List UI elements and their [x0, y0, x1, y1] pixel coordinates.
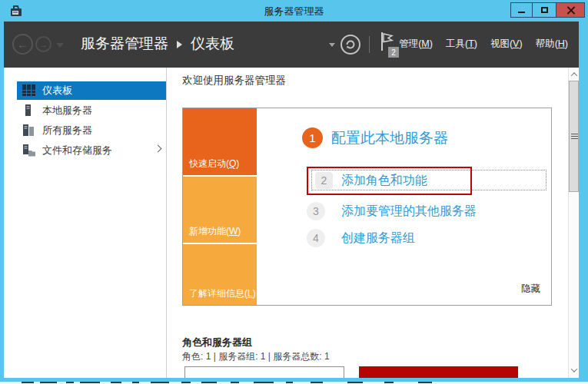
- screen-edge-artifact: [254, 382, 274, 383]
- expand-arrow-icon[interactable]: [154, 145, 162, 153]
- step-3-number: 3: [307, 202, 325, 220]
- navigation-bar: ← → 服务器管理器 仪表板 2 管理(M) 工具(T) 视图(V): [4, 22, 579, 68]
- screen-edge-artifact: [22, 382, 34, 383]
- vertical-scrollbar[interactable]: [568, 68, 579, 378]
- menu-view[interactable]: 视图(V): [490, 38, 523, 51]
- roles-server-groups-heading: 角色和服务器组: [182, 336, 252, 349]
- quick-start-label: 快速启动(Q): [189, 157, 239, 170]
- sidebar-item-label: 本地服务器: [42, 104, 92, 118]
- screen-edge-artifact: [80, 382, 100, 383]
- file-storage-icon: [22, 144, 35, 157]
- screen-edge-artifact: [40, 382, 57, 383]
- welcome-heading: 欢迎使用服务器管理器: [182, 74, 286, 88]
- menu-help[interactable]: 帮助(H): [536, 38, 568, 51]
- learn-more-tab[interactable]: 了解详细信息(L): [183, 244, 257, 305]
- menu-manage[interactable]: 管理(M): [399, 38, 433, 51]
- breadcrumb-root[interactable]: 服务器管理器: [81, 34, 168, 54]
- configure-local-server-link[interactable]: 配置此本地服务器: [331, 128, 448, 148]
- close-button[interactable]: [556, 2, 585, 18]
- screen-edge-artifact: [111, 382, 121, 383]
- window-title: 服务器管理器: [0, 5, 588, 18]
- screen-edge-artifact: [66, 382, 74, 383]
- server-manager-window: 服务器管理器 ← → 服务器管理器 仪表板 2: [0, 0, 588, 384]
- screen-edge-artifact: [231, 382, 239, 383]
- welcome-tile: 快速启动(Q) 新增功能(W) 了解详细信息(L) 1 配置此本地服务器 2 添…: [182, 108, 552, 306]
- close-icon: [566, 6, 575, 15]
- screen-edge-artifact: [151, 382, 169, 383]
- learn-more-label: 了解详细信息(L): [189, 287, 256, 300]
- chevron-down-icon: [570, 366, 576, 372]
- refresh-button[interactable]: [341, 35, 360, 55]
- notifications-flag-button[interactable]: 2: [380, 31, 400, 58]
- all-servers-icon: [22, 124, 35, 137]
- sidebar-item-file-storage-services[interactable]: 文件和存储服务: [17, 141, 166, 160]
- scroll-down-button[interactable]: [569, 364, 579, 376]
- screen-edge-artifact: [418, 382, 432, 383]
- dashboard-icon: [22, 84, 35, 97]
- server-group-tile[interactable]: [184, 366, 344, 378]
- screen-edge-artifact: [181, 382, 191, 383]
- alert-tile-red[interactable]: [359, 366, 518, 378]
- step-1-number: 1: [302, 127, 323, 148]
- quick-start-tab[interactable]: 快速启动(Q): [183, 108, 257, 175]
- breadcrumb: 服务器管理器 仪表板: [81, 34, 234, 54]
- scroll-up-button[interactable]: [569, 68, 579, 81]
- sidebar-item-all-servers[interactable]: 所有服务器: [17, 121, 166, 140]
- add-other-servers-link[interactable]: 添加要管理的其他服务器: [341, 204, 477, 220]
- sidebar-item-label: 文件和存储服务: [42, 144, 112, 157]
- screen-edge-artifact: [384, 382, 394, 383]
- toolbar-divider: [369, 36, 370, 53]
- window-body: 仪表板 本地服务器 所有服务器 文件和存储服务: [4, 68, 579, 378]
- maximize-button[interactable]: [532, 2, 556, 18]
- screen-edge-artifact: [286, 382, 293, 383]
- minimize-icon: [518, 12, 525, 13]
- chevron-up-icon: [570, 72, 576, 78]
- screen-edge-artifact: [347, 382, 363, 383]
- menu-bar: 管理(M) 工具(T) 视图(V) 帮助(H): [399, 38, 568, 51]
- scrollbar-grip-icon: [571, 134, 578, 141]
- forward-button[interactable]: →: [35, 36, 51, 52]
- sidebar-item-dashboard[interactable]: 仪表板: [17, 81, 166, 100]
- breadcrumb-separator-icon: [177, 41, 182, 48]
- breadcrumb-current[interactable]: 仪表板: [191, 34, 234, 54]
- back-button[interactable]: ←: [12, 34, 33, 55]
- hide-link[interactable]: 隐藏: [521, 283, 540, 296]
- annotation-highlight-box: [307, 167, 472, 195]
- sidebar-item-local-server[interactable]: 本地服务器: [17, 101, 166, 120]
- whats-new-tab[interactable]: 新增功能(W): [183, 177, 257, 243]
- step-4-number: 4: [307, 229, 325, 247]
- menu-tools[interactable]: 工具(T): [446, 38, 477, 51]
- refresh-icon: [344, 38, 357, 51]
- roles-server-groups-stats: 角色: 1 | 服务器组: 1 | 服务器总数: 1: [182, 350, 330, 363]
- minimize-button[interactable]: [510, 2, 533, 18]
- screen-edge-artifact: [201, 382, 217, 383]
- history-dropdown-icon[interactable]: [56, 43, 64, 48]
- maximize-icon: [541, 7, 548, 13]
- whats-new-label: 新增功能(W): [189, 225, 241, 238]
- titlebar[interactable]: 服务器管理器: [0, 0, 588, 22]
- breadcrumb-dropdown-icon[interactable]: [329, 43, 335, 47]
- scrollbar-thumb[interactable]: [569, 81, 579, 192]
- notification-count-badge[interactable]: 2: [388, 47, 399, 58]
- sidebar-item-label: 仪表板: [42, 84, 72, 98]
- sidebar-content-divider: [166, 68, 167, 378]
- local-server-icon: [22, 104, 35, 117]
- sidebar-item-label: 所有服务器: [42, 124, 92, 137]
- create-server-group-link[interactable]: 创建服务器组: [341, 230, 415, 247]
- screen-edge-artifact: [132, 382, 139, 383]
- screen-edge-artifact: [311, 382, 323, 383]
